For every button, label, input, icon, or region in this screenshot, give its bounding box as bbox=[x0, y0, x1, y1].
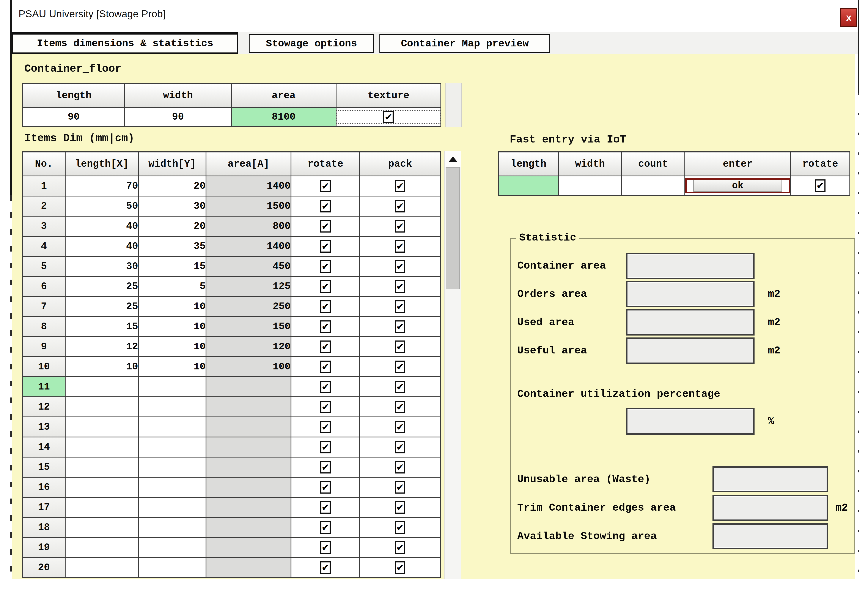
pack-checkbox[interactable]: ✔ bbox=[395, 541, 405, 554]
item-rotate-cell[interactable]: ✔ bbox=[291, 196, 360, 216]
item-pack-cell[interactable]: ✔ bbox=[360, 517, 440, 537]
item-area-cell[interactable] bbox=[206, 417, 291, 437]
item-length-cell[interactable]: 12 bbox=[65, 337, 139, 357]
pack-checkbox[interactable]: ✔ bbox=[395, 381, 405, 393]
item-area-cell[interactable]: 150 bbox=[206, 317, 291, 337]
item-area-cell[interactable] bbox=[206, 497, 291, 517]
rotate-checkbox[interactable]: ✔ bbox=[320, 361, 331, 373]
pack-checkbox[interactable]: ✔ bbox=[395, 361, 405, 373]
item-rotate-cell[interactable]: ✔ bbox=[291, 497, 360, 517]
item-pack-cell[interactable]: ✔ bbox=[360, 357, 440, 377]
item-width-cell[interactable]: 20 bbox=[139, 176, 206, 196]
item-rotate-cell[interactable]: ✔ bbox=[291, 176, 360, 196]
item-rotate-cell[interactable]: ✔ bbox=[291, 377, 360, 397]
unusable-area-field[interactable] bbox=[713, 466, 828, 492]
item-width-cell[interactable] bbox=[139, 558, 206, 577]
pack-checkbox[interactable]: ✔ bbox=[395, 320, 405, 333]
rotate-checkbox[interactable]: ✔ bbox=[320, 180, 331, 192]
item-width-cell[interactable]: 30 bbox=[139, 196, 206, 216]
cf-width-cell[interactable]: 90 bbox=[125, 108, 231, 127]
iot-width-cell[interactable] bbox=[559, 176, 621, 195]
item-rotate-cell[interactable]: ✔ bbox=[291, 417, 360, 437]
utilization-field[interactable] bbox=[626, 408, 754, 435]
item-rotate-cell[interactable]: ✔ bbox=[291, 317, 360, 337]
rotate-checkbox[interactable]: ✔ bbox=[320, 320, 331, 333]
available-stowing-area-field[interactable] bbox=[713, 523, 828, 549]
item-width-cell[interactable]: 15 bbox=[139, 256, 206, 276]
item-length-cell[interactable] bbox=[65, 437, 139, 457]
item-length-cell[interactable] bbox=[65, 377, 139, 397]
item-rotate-cell[interactable]: ✔ bbox=[291, 236, 360, 256]
item-area-cell[interactable] bbox=[206, 437, 291, 457]
item-no-cell[interactable]: 3 bbox=[23, 216, 65, 236]
item-no-cell[interactable]: 2 bbox=[23, 196, 65, 216]
item-length-cell[interactable] bbox=[65, 517, 139, 537]
rotate-checkbox[interactable]: ✔ bbox=[320, 541, 331, 554]
item-width-cell[interactable] bbox=[139, 417, 206, 437]
item-length-cell[interactable]: 50 bbox=[65, 196, 139, 216]
cf-length-cell[interactable]: 90 bbox=[23, 108, 125, 127]
trim-edges-area-field[interactable] bbox=[713, 495, 828, 521]
item-width-cell[interactable]: 10 bbox=[139, 337, 206, 357]
iot-rotate-checkbox[interactable]: ✔ bbox=[815, 179, 825, 192]
item-rotate-cell[interactable]: ✔ bbox=[291, 256, 360, 276]
item-width-cell[interactable]: 5 bbox=[139, 276, 206, 296]
item-pack-cell[interactable]: ✔ bbox=[360, 256, 440, 276]
item-area-cell[interactable] bbox=[206, 397, 291, 417]
item-area-cell[interactable] bbox=[206, 558, 291, 577]
cf-texture-cell[interactable]: ✔ bbox=[336, 108, 441, 127]
scrollbar-thumb[interactable] bbox=[446, 167, 460, 289]
item-width-cell[interactable]: 10 bbox=[139, 296, 206, 317]
pack-checkbox[interactable]: ✔ bbox=[395, 501, 405, 514]
rotate-checkbox[interactable]: ✔ bbox=[320, 381, 331, 393]
item-rotate-cell[interactable]: ✔ bbox=[291, 437, 360, 457]
item-area-cell[interactable]: 450 bbox=[206, 256, 291, 276]
pack-checkbox[interactable]: ✔ bbox=[395, 561, 405, 574]
rotate-checkbox[interactable]: ✔ bbox=[320, 421, 331, 433]
rotate-checkbox[interactable]: ✔ bbox=[320, 521, 331, 534]
item-no-cell[interactable]: 12 bbox=[23, 397, 65, 417]
item-width-cell[interactable] bbox=[139, 457, 206, 477]
item-rotate-cell[interactable]: ✔ bbox=[291, 357, 360, 377]
pack-checkbox[interactable]: ✔ bbox=[395, 521, 405, 534]
item-pack-cell[interactable]: ✔ bbox=[360, 397, 440, 417]
item-rotate-cell[interactable]: ✔ bbox=[291, 276, 360, 296]
rotate-checkbox[interactable]: ✔ bbox=[320, 501, 331, 514]
item-area-cell[interactable]: 1500 bbox=[206, 196, 291, 216]
item-width-cell[interactable] bbox=[139, 437, 206, 457]
item-rotate-cell[interactable]: ✔ bbox=[291, 296, 360, 317]
item-no-cell[interactable]: 4 bbox=[23, 236, 65, 256]
item-area-cell[interactable] bbox=[206, 377, 291, 397]
item-length-cell[interactable]: 10 bbox=[65, 357, 139, 377]
item-rotate-cell[interactable]: ✔ bbox=[291, 457, 360, 477]
item-rotate-cell[interactable]: ✔ bbox=[291, 517, 360, 537]
pack-checkbox[interactable]: ✔ bbox=[395, 340, 405, 353]
items-table-scrollbar[interactable] bbox=[444, 151, 461, 579]
item-area-cell[interactable]: 1400 bbox=[206, 176, 291, 196]
item-width-cell[interactable] bbox=[139, 377, 206, 397]
item-pack-cell[interactable]: ✔ bbox=[360, 497, 440, 517]
item-no-cell[interactable]: 7 bbox=[23, 296, 65, 317]
item-pack-cell[interactable]: ✔ bbox=[360, 216, 440, 236]
item-pack-cell[interactable]: ✔ bbox=[360, 477, 440, 497]
item-area-cell[interactable]: 120 bbox=[206, 337, 291, 357]
pack-checkbox[interactable]: ✔ bbox=[395, 300, 405, 313]
item-pack-cell[interactable]: ✔ bbox=[360, 337, 440, 357]
item-no-cell[interactable]: 18 bbox=[23, 517, 65, 537]
item-no-cell[interactable]: 16 bbox=[23, 477, 65, 497]
pack-checkbox[interactable]: ✔ bbox=[395, 461, 405, 474]
item-area-cell[interactable]: 125 bbox=[206, 276, 291, 296]
pack-checkbox[interactable]: ✔ bbox=[395, 220, 405, 232]
rotate-checkbox[interactable]: ✔ bbox=[320, 461, 331, 474]
item-length-cell[interactable]: 70 bbox=[65, 176, 139, 196]
item-no-cell[interactable]: 11 bbox=[23, 377, 65, 397]
item-pack-cell[interactable]: ✔ bbox=[360, 377, 440, 397]
close-button[interactable]: x bbox=[840, 8, 857, 27]
item-pack-cell[interactable]: ✔ bbox=[360, 276, 440, 296]
rotate-checkbox[interactable]: ✔ bbox=[320, 401, 331, 413]
used-area-field[interactable] bbox=[626, 309, 754, 336]
useful-area-field[interactable] bbox=[626, 337, 754, 364]
pack-checkbox[interactable]: ✔ bbox=[395, 180, 405, 192]
item-width-cell[interactable] bbox=[139, 477, 206, 497]
item-rotate-cell[interactable]: ✔ bbox=[291, 337, 360, 357]
